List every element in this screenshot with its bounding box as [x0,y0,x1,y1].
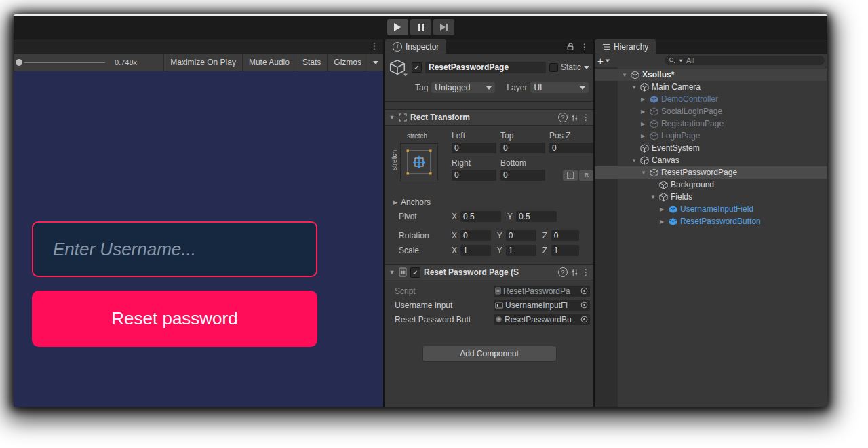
foldout-closed-icon[interactable]: ▶ [641,109,650,115]
item-label: Background [671,180,714,189]
item-label: Xsollus* [642,70,674,79]
hierarchy-item-fields[interactable]: ▼ Fields [595,191,827,203]
foldout-closed-icon: ▶ [392,199,399,206]
hierarchy-item-resetpasswordpage[interactable]: ▼ ResetPasswordPage [595,166,827,179]
tag-dropdown[interactable]: Untagged [431,82,495,93]
axis-y-label: Y [497,231,506,240]
script-row: Script ResetPasswordPa [385,284,593,298]
gameobject-name-field[interactable]: ResetPasswordPage [425,62,546,73]
hierarchy-item-loginpage[interactable]: ▶ LoginPage [595,130,827,142]
anchor-preset-button[interactable] [400,143,438,181]
rect-transform-header[interactable]: ▼ Rect Transform ? ⋮ [385,109,593,126]
object-picker-icon[interactable] [580,315,589,324]
scale-z-field[interactable]: 1 [551,245,579,256]
stats-button[interactable]: Stats [296,54,327,71]
lock-icon[interactable] [566,42,574,51]
create-menu-button[interactable]: + [597,56,604,66]
scale-y-field[interactable]: 1 [506,245,536,256]
play-button[interactable] [387,19,408,35]
scale-slider-handle[interactable] [16,59,22,66]
foldout-closed-icon[interactable]: ▶ [660,219,669,225]
gameobject-icon[interactable] [389,59,408,75]
gameobject-icon-dropdown [403,74,408,77]
blueprint-mode-button[interactable] [563,170,578,181]
hierarchy-search-input[interactable]: All [665,56,825,65]
button-object-field[interactable]: ResetPasswordBu [494,314,590,325]
pivot-y-field[interactable]: 0.5 [516,211,557,222]
hierarchy-item-canvas[interactable]: ▼ Canvas [595,154,827,166]
transport-toolbar [14,16,827,39]
game-more-menu-icon[interactable]: ⋮ [370,42,378,50]
static-dropdown-arrow[interactable] [584,66,589,69]
object-picker-icon[interactable] [580,301,589,310]
scale-x-field[interactable]: 1 [460,245,491,256]
username-input[interactable]: Enter Username... [32,221,317,277]
pivot-x-field[interactable]: 0.5 [460,211,501,222]
anchors-foldout[interactable]: ▶ Anchors [392,198,589,207]
component-title: Rect Transform [410,113,470,122]
left-field[interactable]: 0 [452,143,496,153]
foldout-open-icon[interactable]: ▼ [389,269,395,276]
mute-audio-button[interactable]: Mute Audio [242,54,296,71]
hierarchy-item-socialloginpage[interactable]: ▶ SocialLoginPage [595,105,827,117]
tab-inspector[interactable]: i Inspector [385,39,446,54]
script-component-header[interactable]: ▼ ✓ Reset Password Page (S ? ⋮ [385,264,593,280]
script-enabled-checkbox[interactable]: ✓ [410,267,420,278]
hierarchy-item-main-camera[interactable]: ▼ Main Camera [595,81,827,93]
foldout-closed-icon[interactable]: ▶ [641,121,650,127]
layer-label: Layer [507,83,527,92]
script-value: ResetPasswordPa [503,286,578,296]
item-label: RegistrationPage [661,119,724,128]
reset-password-button[interactable]: Reset password [32,291,317,347]
foldout-open-icon[interactable]: ▼ [389,114,395,121]
hierarchy-item-registrationpage[interactable]: ▶ RegistrationPage [595,117,827,130]
object-picker-icon[interactable] [580,286,589,295]
hierarchy-item-democontroller[interactable]: ▶ DemoController [595,93,827,105]
hierarchy-item-eventsystem[interactable]: EventSystem [595,142,827,154]
top-field[interactable]: 0 [500,143,545,153]
scale-slider-track[interactable] [24,62,105,63]
step-button[interactable] [433,19,454,35]
maximize-on-play-button[interactable]: Maximize On Play [163,54,242,71]
tab-hierarchy[interactable]: Hierarchy [595,39,656,54]
username-object-field[interactable]: UsernameInputFi [494,300,590,311]
prefab-cube-icon [669,217,677,226]
foldout-open-icon[interactable]: ▼ [631,84,640,90]
component-more-menu-icon[interactable]: ⋮ [582,268,590,276]
bottom-field[interactable]: 0 [500,170,545,181]
hierarchy-tabstrip: Hierarchy [595,39,827,54]
rotation-y-field[interactable]: 0 [506,230,536,241]
gizmos-button[interactable]: Gizmos [327,54,368,71]
script-object-field[interactable]: ResetPasswordPa [494,286,590,297]
add-component-button[interactable]: Add Component [422,346,557,362]
help-icon[interactable]: ? [558,113,568,122]
posz-field[interactable]: 0 [549,143,593,153]
foldout-closed-icon[interactable]: ▶ [660,206,669,212]
hierarchy-item-scene[interactable]: ▼ Xsollus* [595,69,827,81]
pause-button[interactable] [410,19,431,35]
gizmos-dropdown-button[interactable] [368,54,383,71]
create-menu-arrow[interactable] [605,59,610,62]
rotation-x-field[interactable]: 0 [460,230,491,241]
foldout-closed-icon[interactable]: ▶ [641,133,650,139]
hierarchy-item-resetpasswordbutton[interactable]: ▶ ResetPasswordButton [595,215,827,227]
presets-icon[interactable] [571,114,578,122]
inspector-more-menu-icon[interactable]: ⋮ [580,43,589,51]
foldout-open-icon[interactable]: ▼ [650,194,659,200]
hierarchy-item-background[interactable]: Background [595,179,827,191]
foldout-open-icon[interactable]: ▼ [631,157,640,164]
foldout-closed-icon[interactable]: ▶ [641,96,650,102]
help-icon[interactable]: ? [558,267,568,277]
active-checkbox[interactable]: ✓ [412,62,422,73]
hierarchy-item-usernameinputfield[interactable]: ▶ UsernameInputField [595,203,827,215]
foldout-open-icon[interactable]: ▼ [641,170,650,176]
component-more-menu-icon[interactable]: ⋮ [582,113,590,122]
search-filter-arrow[interactable] [679,59,683,62]
layer-dropdown[interactable]: UI [530,82,589,93]
rotation-z-field[interactable]: 0 [551,230,579,241]
presets-icon[interactable] [571,269,578,276]
static-checkbox[interactable] [549,63,558,72]
right-field[interactable]: 0 [452,170,496,181]
foldout-open-icon[interactable]: ▼ [622,72,631,78]
raw-edit-button[interactable]: R [579,170,593,181]
